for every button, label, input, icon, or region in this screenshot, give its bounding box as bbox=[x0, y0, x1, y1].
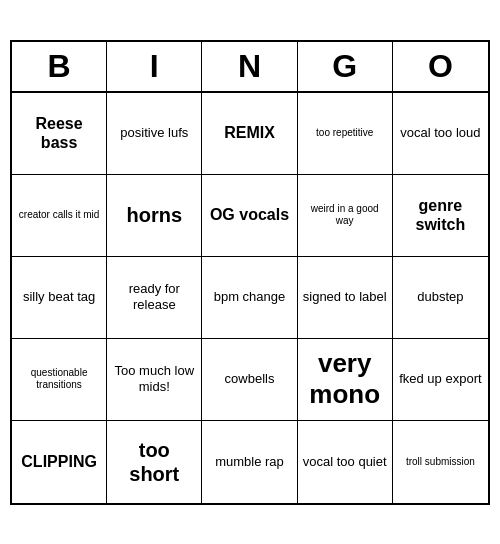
bingo-grid: Reese basspositive lufsREMIXtoo repetiti… bbox=[12, 93, 488, 503]
cell-text: positive lufs bbox=[120, 125, 188, 141]
cell-text: fked up export bbox=[399, 371, 481, 387]
cell-text: dubstep bbox=[417, 289, 463, 305]
bingo-cell[interactable]: vocal too quiet bbox=[298, 421, 393, 503]
bingo-cell[interactable]: bpm change bbox=[202, 257, 297, 339]
cell-text: questionable transitions bbox=[16, 367, 102, 391]
header-letter: B bbox=[12, 42, 107, 91]
bingo-cell[interactable]: Too much low mids! bbox=[107, 339, 202, 421]
cell-text: signed to label bbox=[303, 289, 387, 305]
cell-text: vocal too quiet bbox=[303, 454, 387, 470]
bingo-cell[interactable]: signed to label bbox=[298, 257, 393, 339]
cell-text: CLIPPING bbox=[21, 452, 97, 471]
bingo-cell[interactable]: very mono bbox=[298, 339, 393, 421]
bingo-cell[interactable]: troll submission bbox=[393, 421, 488, 503]
header-letter: G bbox=[298, 42, 393, 91]
bingo-cell[interactable]: dubstep bbox=[393, 257, 488, 339]
bingo-cell[interactable]: too repetitive bbox=[298, 93, 393, 175]
cell-text: creator calls it mid bbox=[19, 209, 100, 221]
cell-text: mumble rap bbox=[215, 454, 284, 470]
header-letter: O bbox=[393, 42, 488, 91]
cell-text: REMIX bbox=[224, 123, 275, 142]
bingo-cell[interactable]: creator calls it mid bbox=[12, 175, 107, 257]
bingo-cell[interactable]: vocal too loud bbox=[393, 93, 488, 175]
cell-text: too repetitive bbox=[316, 127, 373, 139]
bingo-cell[interactable]: too short bbox=[107, 421, 202, 503]
bingo-cell[interactable]: genre switch bbox=[393, 175, 488, 257]
cell-text: weird in a good way bbox=[302, 203, 388, 227]
bingo-header: BINGO bbox=[12, 42, 488, 93]
cell-text: very mono bbox=[302, 348, 388, 410]
cell-text: ready for release bbox=[111, 281, 197, 312]
cell-text: horns bbox=[127, 203, 183, 227]
cell-text: vocal too loud bbox=[400, 125, 480, 141]
bingo-cell[interactable]: mumble rap bbox=[202, 421, 297, 503]
cell-text: OG vocals bbox=[210, 205, 289, 224]
bingo-cell[interactable]: weird in a good way bbox=[298, 175, 393, 257]
bingo-cell[interactable]: fked up export bbox=[393, 339, 488, 421]
bingo-cell[interactable]: positive lufs bbox=[107, 93, 202, 175]
cell-text: Reese bass bbox=[16, 114, 102, 152]
cell-text: Too much low mids! bbox=[111, 363, 197, 394]
cell-text: genre switch bbox=[397, 196, 484, 234]
header-letter: I bbox=[107, 42, 202, 91]
bingo-card: BINGO Reese basspositive lufsREMIXtoo re… bbox=[10, 40, 490, 505]
bingo-cell[interactable]: CLIPPING bbox=[12, 421, 107, 503]
bingo-cell[interactable]: horns bbox=[107, 175, 202, 257]
header-letter: N bbox=[202, 42, 297, 91]
bingo-cell[interactable]: ready for release bbox=[107, 257, 202, 339]
cell-text: bpm change bbox=[214, 289, 286, 305]
bingo-cell[interactable]: silly beat tag bbox=[12, 257, 107, 339]
bingo-cell[interactable]: questionable transitions bbox=[12, 339, 107, 421]
cell-text: silly beat tag bbox=[23, 289, 95, 305]
cell-text: too short bbox=[111, 438, 197, 486]
bingo-cell[interactable]: REMIX bbox=[202, 93, 297, 175]
bingo-cell[interactable]: cowbells bbox=[202, 339, 297, 421]
cell-text: troll submission bbox=[406, 456, 475, 468]
bingo-cell[interactable]: Reese bass bbox=[12, 93, 107, 175]
bingo-cell[interactable]: OG vocals bbox=[202, 175, 297, 257]
cell-text: cowbells bbox=[225, 371, 275, 387]
